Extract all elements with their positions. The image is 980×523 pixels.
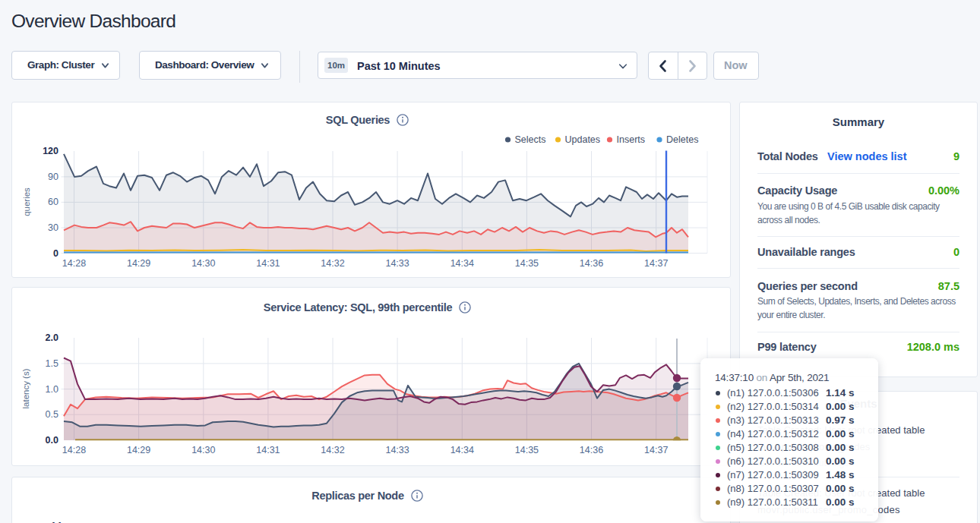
svg-text:14:36: 14:36 bbox=[580, 258, 603, 269]
svg-text:14:28: 14:28 bbox=[62, 445, 86, 455]
svg-text:14:30: 14:30 bbox=[191, 258, 215, 269]
svg-text:Deletes: Deletes bbox=[666, 134, 698, 145]
svg-text:14:37: 14:37 bbox=[644, 258, 668, 269]
svg-text:14:33: 14:33 bbox=[385, 258, 409, 269]
svg-text:Inserts: Inserts bbox=[617, 134, 646, 145]
svg-text:Selects: Selects bbox=[515, 134, 546, 145]
svg-text:120: 120 bbox=[43, 146, 58, 156]
svg-text:14:35: 14:35 bbox=[515, 445, 539, 455]
svg-text:1.0: 1.0 bbox=[46, 384, 58, 395]
svg-text:1.5: 1.5 bbox=[46, 358, 58, 369]
svg-text:14:37: 14:37 bbox=[644, 445, 668, 455]
svg-text:90: 90 bbox=[48, 172, 58, 182]
svg-text:14:29: 14:29 bbox=[127, 258, 150, 269]
svg-text:14:32: 14:32 bbox=[321, 445, 344, 455]
svg-text:queries: queries bbox=[22, 187, 31, 216]
svg-text:14:36: 14:36 bbox=[580, 445, 603, 455]
svg-text:2.0: 2.0 bbox=[46, 332, 58, 343]
svg-text:14:34: 14:34 bbox=[450, 258, 474, 269]
svg-text:14:28: 14:28 bbox=[62, 258, 86, 269]
svg-text:60: 60 bbox=[48, 197, 58, 207]
svg-text:14:30: 14:30 bbox=[191, 445, 215, 455]
svg-text:latency (s): latency (s) bbox=[21, 368, 30, 408]
svg-text:14:31: 14:31 bbox=[256, 445, 280, 455]
svg-text:0.0: 0.0 bbox=[46, 435, 58, 446]
svg-text:0: 0 bbox=[53, 248, 58, 259]
svg-text:0.5: 0.5 bbox=[46, 409, 58, 420]
svg-text:14:35: 14:35 bbox=[515, 258, 539, 269]
svg-text:Updates: Updates bbox=[565, 134, 601, 145]
svg-text:14:34: 14:34 bbox=[450, 445, 474, 455]
svg-text:14:31: 14:31 bbox=[256, 258, 280, 269]
svg-text:30: 30 bbox=[48, 222, 58, 233]
svg-text:14:33: 14:33 bbox=[385, 445, 409, 455]
svg-text:14:29: 14:29 bbox=[127, 445, 150, 455]
svg-text:14:32: 14:32 bbox=[321, 258, 344, 269]
